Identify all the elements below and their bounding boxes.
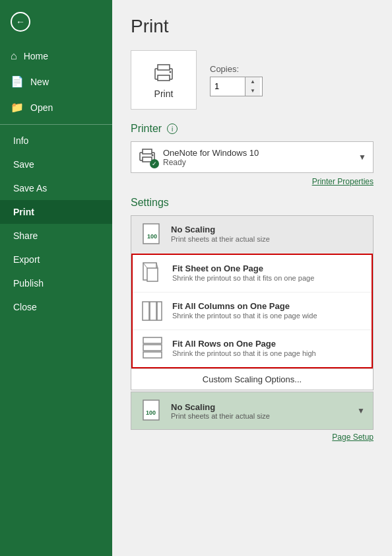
printer-properties-link[interactable]: Printer Properties bbox=[131, 177, 374, 186]
custom-scaling-label: Custom Scaling Options... bbox=[203, 374, 302, 384]
sidebar-export-label: Export bbox=[13, 254, 40, 265]
new-icon: 📄 bbox=[11, 75, 24, 88]
home-icon: ⌂ bbox=[11, 50, 17, 62]
back-button[interactable]: ← bbox=[0, 0, 112, 44]
printer-info-icon[interactable]: i bbox=[167, 123, 178, 134]
printer-info: OneNote for Windows 10 Ready bbox=[163, 148, 352, 167]
copies-label: Copies: bbox=[210, 64, 263, 74]
open-icon: 📁 bbox=[11, 101, 24, 114]
printer-selector[interactable]: ✓ OneNote for Windows 10 Ready ▼ bbox=[131, 141, 374, 173]
printer-dropdown-arrow: ▼ bbox=[358, 153, 366, 162]
svg-point-3 bbox=[170, 71, 172, 73]
ready-badge: ✓ bbox=[150, 159, 159, 168]
sidebar-item-open[interactable]: 📁 Open bbox=[0, 94, 112, 120]
svg-rect-16 bbox=[157, 302, 162, 320]
fit-rows-icon bbox=[141, 337, 164, 361]
sidebar-info-label: Info bbox=[13, 135, 28, 146]
sidebar-item-close[interactable]: Close bbox=[0, 295, 112, 319]
svg-rect-11 bbox=[147, 268, 158, 281]
dropdown-item-fit-sheet[interactable]: Fit Sheet on One Page Shrink the printou… bbox=[133, 255, 372, 293]
fit-cols-desc: Shrink the printout so that it is one pa… bbox=[172, 311, 364, 320]
sidebar-save-as-label: Save As bbox=[13, 183, 47, 193]
printer-section-title: Printer i bbox=[131, 123, 374, 135]
main-content: Print Print Copies: ▲ ▼ Printer bbox=[112, 0, 392, 556]
printer-icon-wrap: ✓ bbox=[138, 147, 156, 167]
sidebar-item-share[interactable]: Share bbox=[0, 224, 112, 248]
bottom-dropdown-text: No Scaling Print sheets at their actual … bbox=[171, 402, 349, 420]
no-scaling-icon: 100 bbox=[139, 223, 163, 246]
dropdown-item-no-scaling[interactable]: 100 No Scaling Print sheets at their act… bbox=[131, 216, 373, 254]
sidebar-item-publish[interactable]: Publish bbox=[0, 271, 112, 295]
dropdown-item-fit-cols[interactable]: Fit All Columns on One Page Shrink the p… bbox=[133, 293, 372, 330]
page-title: Print bbox=[131, 16, 374, 37]
sidebar-item-info[interactable]: Info bbox=[0, 129, 112, 153]
fit-cols-title: Fit All Columns on One Page bbox=[172, 301, 364, 311]
printer-name: OneNote for Windows 10 bbox=[163, 148, 352, 158]
no-scaling-desc: Print sheets at their actual size bbox=[171, 234, 365, 244]
fit-rows-text: Fit All Rows on One Page Shrink the prin… bbox=[172, 339, 364, 358]
custom-scaling-option[interactable]: Custom Scaling Options... bbox=[131, 368, 373, 390]
sidebar-item-home-label: Home bbox=[24, 51, 48, 61]
no-scaling-text: No Scaling Print sheets at their actual … bbox=[171, 225, 365, 244]
sidebar-item-open-label: Open bbox=[30, 102, 53, 113]
copies-increment[interactable]: ▲ bbox=[245, 77, 260, 87]
settings-dropdown: 100 No Scaling Print sheets at their act… bbox=[131, 215, 374, 390]
sidebar-save-label: Save bbox=[13, 159, 34, 170]
svg-rect-18 bbox=[143, 345, 162, 351]
settings-title-label: Settings bbox=[131, 197, 169, 209]
page-setup-label: Page Setup bbox=[332, 433, 374, 442]
printer-status: Ready bbox=[163, 158, 352, 167]
svg-text:100: 100 bbox=[146, 409, 156, 416]
bottom-scaling-dropdown[interactable]: 100 No Scaling Print sheets at their act… bbox=[131, 392, 374, 430]
copies-section: Copies: ▲ ▼ bbox=[210, 64, 263, 96]
sidebar-print-label: Print bbox=[13, 207, 34, 217]
bottom-scaling-title: No Scaling bbox=[171, 402, 349, 412]
fit-cols-icon bbox=[141, 299, 164, 323]
dropdown-item-fit-rows[interactable]: Fit All Rows on One Page Shrink the prin… bbox=[133, 330, 372, 367]
svg-rect-5 bbox=[143, 149, 152, 154]
dropdown-submenu: Fit Sheet on One Page Shrink the printou… bbox=[131, 254, 373, 368]
sidebar-item-home[interactable]: ⌂ Home bbox=[0, 44, 112, 69]
fit-sheet-desc: Shrink the printout so that it fits on o… bbox=[172, 273, 364, 283]
copies-spinners: ▲ ▼ bbox=[245, 77, 260, 96]
svg-rect-2 bbox=[158, 75, 170, 81]
sidebar-close-label: Close bbox=[13, 302, 37, 312]
back-arrow-icon: ← bbox=[11, 12, 30, 32]
fit-rows-desc: Shrink the printout so that it is one pa… bbox=[172, 349, 364, 358]
sidebar-item-export[interactable]: Export bbox=[0, 248, 112, 271]
svg-rect-1 bbox=[158, 65, 170, 70]
no-scaling-title: No Scaling bbox=[171, 225, 365, 234]
print-copies-section: Print Copies: ▲ ▼ bbox=[131, 50, 374, 110]
sidebar-item-save-as[interactable]: Save As bbox=[0, 176, 112, 200]
sidebar-share-label: Share bbox=[13, 230, 38, 241]
sidebar: ← ⌂ Home 📄 New 📁 Open Info Save Save As … bbox=[0, 0, 112, 556]
svg-rect-19 bbox=[143, 352, 162, 358]
fit-sheet-text: Fit Sheet on One Page Shrink the printou… bbox=[172, 263, 364, 283]
fit-sheet-title: Fit Sheet on One Page bbox=[172, 263, 364, 273]
bottom-scaling-desc: Print sheets at their actual size bbox=[171, 412, 349, 420]
page-setup-link[interactable]: Page Setup bbox=[131, 433, 374, 442]
bottom-dropdown-arrow: ▼ bbox=[357, 406, 365, 415]
print-button[interactable]: Print bbox=[131, 50, 197, 110]
settings-section-title: Settings bbox=[131, 197, 374, 209]
sidebar-item-new-label: New bbox=[30, 77, 49, 87]
svg-rect-14 bbox=[143, 302, 149, 320]
bottom-no-scaling-icon: 100 bbox=[139, 399, 163, 423]
printer-title-label: Printer bbox=[131, 123, 162, 135]
fit-rows-title: Fit All Rows on One Page bbox=[172, 339, 364, 349]
copies-input[interactable] bbox=[211, 79, 245, 94]
sidebar-publish-label: Publish bbox=[13, 278, 44, 289]
print-button-label: Print bbox=[154, 88, 174, 99]
copies-input-wrap: ▲ ▼ bbox=[210, 77, 263, 96]
sidebar-item-new[interactable]: 📄 New bbox=[0, 69, 112, 94]
copies-decrement[interactable]: ▼ bbox=[245, 87, 260, 96]
svg-rect-17 bbox=[143, 337, 162, 343]
svg-point-7 bbox=[152, 155, 154, 156]
sidebar-item-print[interactable]: Print bbox=[0, 200, 112, 224]
fit-cols-text: Fit All Columns on One Page Shrink the p… bbox=[172, 301, 364, 320]
printer-icon bbox=[152, 61, 176, 85]
svg-text:100: 100 bbox=[147, 233, 157, 240]
svg-rect-15 bbox=[150, 302, 156, 320]
sidebar-item-save[interactable]: Save bbox=[0, 153, 112, 176]
fit-sheet-icon bbox=[141, 261, 164, 285]
